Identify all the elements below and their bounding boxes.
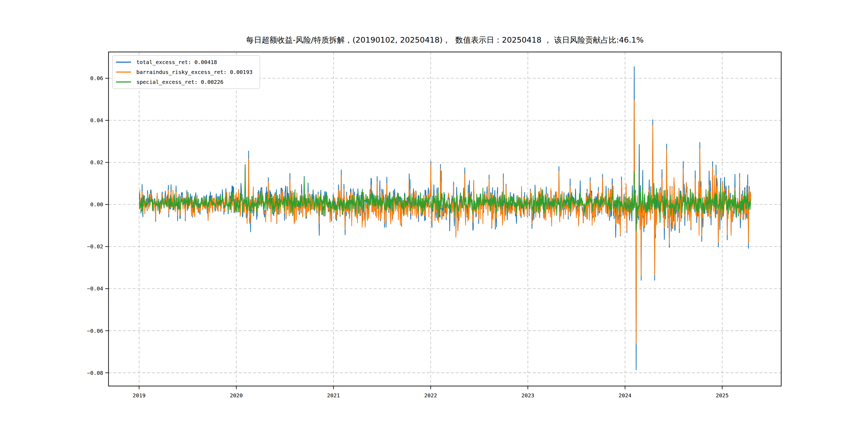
x-tick-label: 2021 [327, 392, 340, 399]
x-tick-label: 2022 [424, 392, 437, 399]
y-tick-label: −0.08 [87, 370, 103, 376]
x-tick-label: 2023 [521, 392, 534, 399]
plot-frame [108, 52, 781, 386]
legend-item-risky: barraindus_risky_excess_ret: 0.00193 [116, 67, 256, 76]
y-tick-label: −0.04 [87, 285, 103, 292]
legend-item-total: total_excess_ret: 0.00418 [116, 58, 256, 67]
y-tick-label: −0.06 [87, 328, 103, 334]
legend-label-total: total_excess_ret: 0.00418 [136, 59, 217, 65]
figure-canvas: 20192020202120222023202420250.060.040.02… [0, 0, 868, 434]
legend-label-risky: barraindus_risky_excess_ret: 0.00193 [136, 69, 252, 75]
x-tick-label: 2024 [619, 392, 631, 399]
series-line-total_excess_ret [139, 67, 751, 370]
legend-line-sample-total [116, 62, 131, 63]
legend-item-special: special_excess_ret: 0.00226 [116, 78, 256, 87]
legend-label-special: special_excess_ret: 0.00226 [136, 79, 223, 85]
series-line-barraindus_risky_excess_ret [139, 100, 751, 343]
chart-title: 每日超额收益-风险/特质拆解，(20190102, 20250418)， 数值表… [108, 35, 781, 45]
y-tick-label: 0.00 [90, 201, 103, 208]
x-tick-label: 2019 [133, 392, 146, 399]
legend-line-sample-risky [116, 71, 131, 72]
legend-line-sample-special [116, 82, 131, 83]
y-tick-label: 0.06 [90, 75, 103, 82]
y-tick-label: −0.02 [87, 243, 103, 250]
x-tick-label: 2025 [716, 392, 729, 399]
y-tick-label: 0.02 [90, 159, 103, 165]
x-tick-label: 2020 [230, 392, 243, 399]
legend: total_excess_ret: 0.00418 barraindus_ris… [112, 55, 260, 89]
y-tick-label: 0.04 [90, 117, 103, 124]
